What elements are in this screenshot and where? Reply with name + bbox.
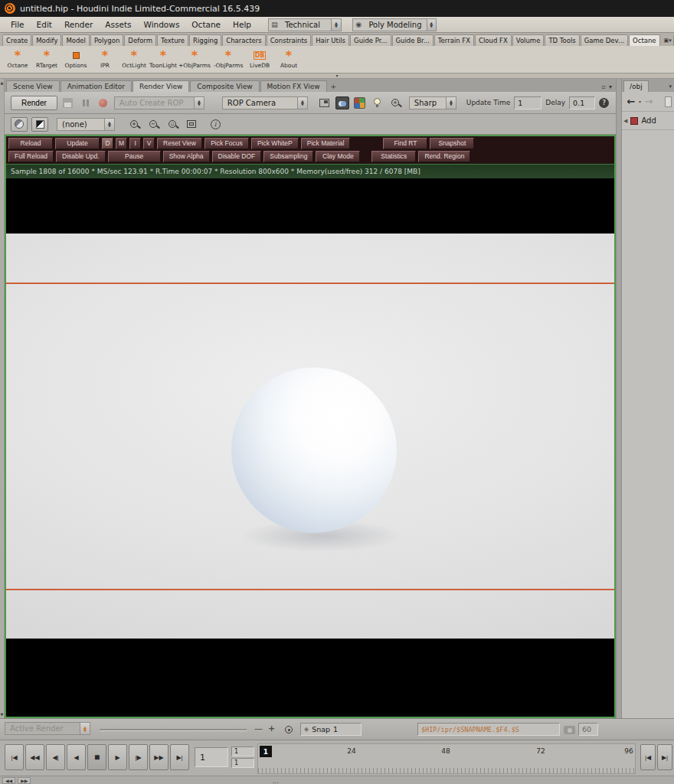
menu-octane[interactable]: Octane xyxy=(185,20,227,29)
octane-pick-material-button[interactable]: Pick Material xyxy=(301,138,351,149)
range-start-field[interactable]: 1 xyxy=(231,746,254,756)
octane-update-button[interactable]: Update xyxy=(55,138,100,149)
play-button[interactable]: ▶ xyxy=(108,744,127,770)
camera-dropdown[interactable]: ROP Camera ▲▼ xyxy=(222,96,308,109)
next-keyframe-button[interactable]: ▶▶ xyxy=(149,744,168,770)
snapshot-target-icon[interactable] xyxy=(285,726,293,733)
auto-create-rop-dropdown[interactable]: Auto Create ROP ▲▼ xyxy=(114,96,204,109)
octane-reset-view-button[interactable]: Reset View xyxy=(157,138,202,149)
range-slide-left-button[interactable]: |◀ xyxy=(640,744,656,770)
shelf-tab-terrain-fx[interactable]: Terrain FX xyxy=(434,34,474,46)
info-button[interactable]: i xyxy=(208,117,223,131)
isolate-view-icon[interactable] xyxy=(318,96,332,109)
shelf-tool-options[interactable]: Options xyxy=(61,46,90,73)
save-image-icon[interactable] xyxy=(61,96,75,109)
add-snapshot-icon[interactable]: + xyxy=(268,724,275,733)
octane-reload-button[interactable]: Reload xyxy=(8,138,53,149)
stop-render-icon[interactable] xyxy=(97,96,110,109)
octane-pause-button[interactable]: Pause xyxy=(108,151,161,162)
new-pane-tab-button[interactable]: + xyxy=(328,81,340,92)
dropdown-spinner-icon[interactable]: ▲▼ xyxy=(194,97,204,109)
shelf-tool-octane[interactable]: * Octane xyxy=(3,46,32,73)
octane-pick-focus-button[interactable]: Pick Focus xyxy=(204,138,249,149)
shelf-tab-create[interactable]: Create xyxy=(2,34,31,46)
range-shrink-button[interactable]: ◀◀ xyxy=(2,777,15,784)
octane-show-alpha-button[interactable]: Show Alpha xyxy=(163,151,210,162)
octane-subsampling-button[interactable]: Subsampling xyxy=(263,151,313,162)
next-frame-button[interactable]: |▶ xyxy=(129,744,148,770)
remove-snapshot-icon[interactable]: — xyxy=(254,724,263,733)
octane-clay-mode-button[interactable]: Clay Mode xyxy=(316,151,360,162)
pane-tab-scene-view[interactable]: Scene View xyxy=(6,80,60,92)
camera-snapshot-icon[interactable] xyxy=(564,726,575,734)
menu-edit[interactable]: Edit xyxy=(31,20,58,29)
render-viewport[interactable] xyxy=(6,178,614,717)
octane-full-reload-button[interactable]: Full Reload xyxy=(8,151,54,162)
octane-statistics-button[interactable]: Statistics xyxy=(371,151,416,162)
shelf-tool-toonlight[interactable]: * ToonLight xyxy=(149,46,178,73)
range-grow-button[interactable]: ▶▶ xyxy=(18,777,31,784)
pane-tab-composite-view[interactable]: Composite View xyxy=(190,80,259,92)
go-to-start-button[interactable]: |◀ xyxy=(5,744,24,770)
shelf-options-icon[interactable]: ▣▾ xyxy=(661,38,673,46)
pane-split-icon[interactable]: ▫ xyxy=(602,83,606,90)
menu-file[interactable]: File xyxy=(5,20,31,29)
snapshot-slider[interactable] xyxy=(100,729,247,730)
pane-menu-icon[interactable]: ▾ xyxy=(609,83,612,90)
shelf-tab-rigging[interactable]: Rigging xyxy=(189,34,221,46)
shelf-tab-guide-brush[interactable]: Guide Br... xyxy=(392,34,434,46)
splitter-down-icon[interactable]: ▼ xyxy=(1,712,4,717)
range-end-field[interactable]: 1 xyxy=(231,758,254,768)
shelf-tab-td-tools[interactable]: TD Tools xyxy=(545,34,579,46)
shelf-tab-texture[interactable]: Texture xyxy=(157,34,188,46)
add-button[interactable]: Add xyxy=(641,116,656,125)
collapse-icon[interactable]: ◀ xyxy=(623,118,627,124)
octane-v-toggle[interactable]: V xyxy=(143,138,155,149)
shelf-tool-add-objparms[interactable]: * +ObjParms xyxy=(178,46,211,73)
snapshot-path-field[interactable]: $HIP/ipr/$SNAPNAME.$F4.$S xyxy=(417,723,560,736)
nav-forward-button[interactable]: → xyxy=(642,95,656,109)
pane-tab-animation-editor[interactable]: Animation Editor xyxy=(61,80,132,92)
octane-m-toggle[interactable]: M xyxy=(116,138,127,149)
foreground-swatch-button[interactable] xyxy=(31,117,48,132)
prev-frame-button[interactable]: ◀| xyxy=(46,744,65,770)
shelf-tab-modify[interactable]: Modify xyxy=(32,34,61,46)
prev-keyframe-button[interactable]: ◀◀ xyxy=(25,744,44,770)
background-swatch-button[interactable] xyxy=(11,117,28,132)
range-slide-right-button[interactable]: ▶| xyxy=(657,744,672,770)
zoom-in-button[interactable]: + xyxy=(126,117,142,131)
current-frame-field[interactable]: 1 xyxy=(195,747,228,767)
shelf-tab-volume[interactable]: Volume xyxy=(512,34,545,46)
octane-disable-dof-button[interactable]: Disable DOF xyxy=(212,151,262,162)
panel-menu-icon[interactable]: ▾ xyxy=(669,83,674,92)
stop-button[interactable]: ■ xyxy=(87,744,106,770)
zoom-out-button[interactable]: − xyxy=(146,117,161,131)
delay-field[interactable]: 0.1 xyxy=(569,96,595,109)
pause-render-icon[interactable] xyxy=(79,96,93,109)
filter-dropdown[interactable]: Sharp ▲▼ xyxy=(409,96,456,109)
shelf-tab-hair-utils[interactable]: Hair Utils xyxy=(312,34,349,46)
desktop-dropdown[interactable]: ▤ Technical ▲▼ xyxy=(268,18,342,31)
shelf-tab-model[interactable]: Model xyxy=(62,34,90,46)
stereo-view-icon[interactable] xyxy=(335,96,349,109)
shelf-tool-octlight[interactable]: * OctLight xyxy=(119,46,149,73)
dropdown-spinner-icon[interactable]: ▲▼ xyxy=(427,19,436,31)
shelf-collapse-handle[interactable]: ▾ xyxy=(0,74,674,79)
channel-mosaic-icon[interactable] xyxy=(353,96,367,109)
shelf-tab-characters[interactable]: Characters xyxy=(222,34,265,46)
nav-history-icon[interactable]: ▾ xyxy=(639,99,641,104)
frame-all-button[interactable] xyxy=(184,117,199,131)
help-icon[interactable]: ? xyxy=(599,98,609,108)
dropdown-spinner-icon[interactable]: ▲▼ xyxy=(104,119,114,130)
octane-pick-whitepoint-button[interactable]: Pick WhiteP xyxy=(251,138,299,149)
shelf-tab-deform[interactable]: Deform xyxy=(124,34,156,46)
dropdown-spinner-icon[interactable]: ▲▼ xyxy=(297,97,307,109)
splitter-up-icon[interactable]: ▲ xyxy=(1,80,4,85)
fps-field[interactable]: 60 xyxy=(578,723,598,736)
render-button[interactable]: Render xyxy=(11,96,57,110)
pane-tab-render-view[interactable]: Render View xyxy=(133,80,189,92)
inspect-magnifier-icon[interactable]: + xyxy=(388,96,402,109)
shelf-tool-about[interactable]: * About xyxy=(274,46,303,73)
menu-assets[interactable]: Assets xyxy=(99,20,137,29)
octane-snapshot-button[interactable]: Snapshot xyxy=(430,138,474,149)
